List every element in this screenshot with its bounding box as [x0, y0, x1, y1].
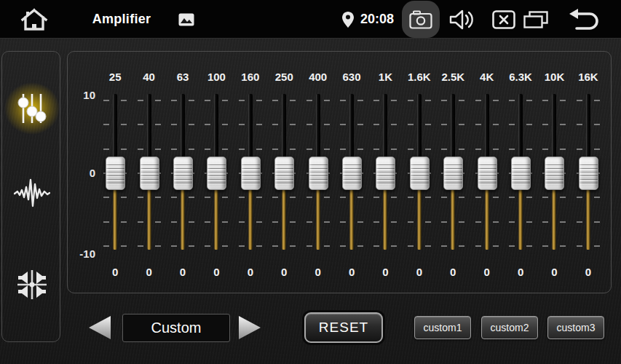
slider-handle[interactable]	[173, 157, 193, 190]
slider-handle[interactable]	[106, 157, 125, 190]
eq-band: 16K 0	[571, 52, 605, 294]
band-slider[interactable]	[504, 94, 537, 253]
slider-handle[interactable]	[241, 157, 261, 190]
band-value-label: 0	[234, 266, 267, 279]
band-slider[interactable]	[98, 94, 132, 253]
eq-band: 1.6K 0	[403, 52, 436, 294]
band-frequency-label: 1.6K	[403, 71, 436, 84]
eq-band: 630 0	[335, 52, 368, 294]
equalizer-sliders-icon	[15, 91, 49, 126]
camera-icon	[409, 10, 432, 29]
equalizer-panel: 10 0 -10 25 0 40 0 63 0 100	[67, 51, 612, 293]
eq-band: 25 0	[98, 52, 132, 294]
band-slider[interactable]	[436, 94, 470, 253]
sidebar-item-equalizer[interactable]	[2, 83, 61, 134]
scale-mid-label: 0	[71, 167, 95, 180]
band-frequency-label: 2.5K	[436, 71, 470, 84]
reset-button[interactable]: RESET	[304, 312, 383, 343]
slider-handle[interactable]	[140, 157, 159, 190]
slider-handle[interactable]	[207, 157, 226, 190]
back-icon	[568, 8, 600, 31]
custom3-button[interactable]: custom3	[547, 316, 604, 339]
top-status-bar: Amplifier 20:08	[0, 0, 621, 39]
eq-band: 63 0	[166, 52, 199, 294]
home-icon	[20, 8, 48, 31]
eq-band: 6.3K 0	[504, 52, 537, 294]
band-slider[interactable]	[403, 94, 436, 253]
eq-band: 160 0	[234, 52, 267, 294]
band-slider[interactable]	[166, 94, 199, 253]
band-slider[interactable]	[335, 94, 368, 253]
band-value-label: 0	[166, 266, 199, 279]
band-value-label: 0	[436, 266, 470, 279]
eq-band: 250 0	[267, 52, 301, 294]
preset-next-button[interactable]	[237, 314, 262, 341]
sidebar-item-sound-effect[interactable]	[2, 167, 61, 218]
slider-handle[interactable]	[342, 157, 362, 190]
band-value-label: 0	[368, 266, 402, 279]
back-button[interactable]	[566, 0, 601, 39]
band-frequency-label: 1K	[368, 71, 402, 84]
clock[interactable]: 20:08	[358, 0, 396, 39]
screenshot-button[interactable]	[402, 1, 440, 38]
band-value-label: 0	[571, 266, 605, 279]
band-frequency-label: 4K	[470, 71, 503, 84]
band-value-label: 0	[132, 266, 165, 279]
custom1-button[interactable]: custom1	[414, 316, 471, 339]
band-value-label: 0	[267, 266, 301, 279]
arrow-right-icon	[237, 314, 262, 341]
band-frequency-label: 16K	[571, 71, 605, 84]
custom2-button[interactable]: custom2	[481, 316, 538, 339]
preset-prev-button[interactable]	[87, 314, 112, 341]
eq-band: 100 0	[199, 52, 233, 294]
band-slider[interactable]	[199, 94, 233, 253]
band-frequency-label: 250	[267, 71, 301, 84]
sidebar-item-balance-fader[interactable]	[2, 259, 61, 310]
volume-button[interactable]	[448, 0, 475, 39]
band-slider[interactable]	[301, 94, 334, 253]
slider-handle[interactable]	[579, 157, 598, 190]
eq-band: 1K 0	[368, 52, 402, 294]
band-slider[interactable]	[234, 94, 267, 253]
band-value-label: 0	[301, 266, 334, 279]
slider-handle[interactable]	[545, 157, 564, 190]
image-icon	[178, 13, 194, 26]
band-slider[interactable]	[267, 94, 301, 253]
band-slider[interactable]	[368, 94, 402, 253]
band-value-label: 0	[470, 266, 503, 279]
wallpaper-button[interactable]	[177, 0, 196, 39]
scale-top-label: 10	[71, 89, 95, 102]
band-frequency-label: 40	[132, 71, 165, 84]
eq-bands: 25 0 40 0 63 0 100	[98, 52, 605, 294]
slider-handle[interactable]	[376, 157, 395, 190]
eq-band: 2.5K 0	[436, 52, 470, 294]
page-title: Amplifier	[71, 0, 173, 39]
slider-handle[interactable]	[309, 157, 328, 190]
scale-bottom-label: -10	[71, 248, 95, 261]
recent-apps-button[interactable]	[521, 0, 550, 39]
band-slider[interactable]	[132, 94, 165, 253]
band-slider[interactable]	[571, 94, 605, 253]
eq-band: 10K 0	[537, 52, 571, 294]
close-app-button[interactable]	[491, 0, 517, 39]
slider-handle[interactable]	[410, 157, 430, 190]
band-frequency-label: 25	[98, 71, 132, 84]
band-value-label: 0	[403, 266, 436, 279]
band-frequency-label: 400	[301, 71, 334, 84]
band-slider[interactable]	[470, 94, 503, 253]
home-button[interactable]	[19, 0, 50, 39]
band-value-label: 0	[335, 266, 368, 279]
slider-handle[interactable]	[478, 157, 497, 190]
slider-handle[interactable]	[511, 157, 531, 190]
slider-handle[interactable]	[274, 157, 294, 190]
band-value-label: 0	[98, 266, 132, 279]
preset-selector[interactable]: Custom	[122, 314, 230, 342]
volume-icon	[449, 9, 474, 30]
band-slider[interactable]	[537, 94, 571, 253]
band-value-label: 0	[537, 266, 571, 279]
location-icon	[342, 12, 354, 28]
eq-band: 4K 0	[470, 52, 503, 294]
band-value-label: 0	[504, 266, 537, 279]
sidebar	[1, 51, 60, 342]
slider-handle[interactable]	[443, 157, 463, 190]
